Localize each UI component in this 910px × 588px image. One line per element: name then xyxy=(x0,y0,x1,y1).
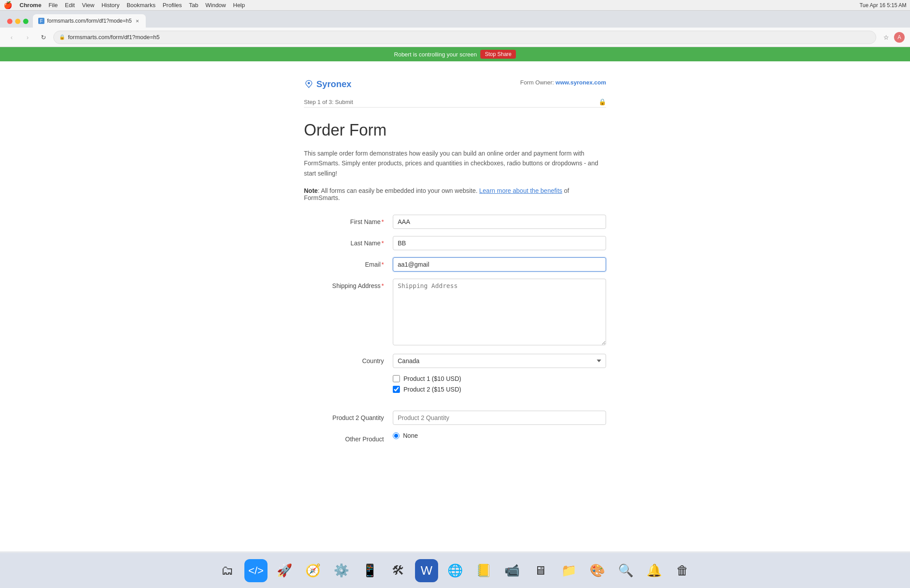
last-name-field xyxy=(393,236,606,250)
form-owner: Form Owner: www.syronex.com xyxy=(520,79,606,86)
step-divider xyxy=(304,107,606,108)
form-note: Note: All forms can easily be embedded i… xyxy=(304,187,606,201)
other-product-field: None xyxy=(393,432,606,443)
dock-settings[interactable]: ⚙️ xyxy=(330,559,353,582)
dock-simulator[interactable]: 📱 xyxy=(358,559,381,582)
dock-xcode[interactable]: 🛠 xyxy=(387,559,410,582)
dock-launchpad[interactable]: 🚀 xyxy=(273,559,296,582)
notification-text: Robert is controlling your screen xyxy=(394,51,477,58)
tab-bar: F formsmarts.com/form/df1?mode=h5 ✕ xyxy=(0,11,910,28)
close-button[interactable] xyxy=(7,19,12,24)
dock-chrome[interactable]: 🌐 xyxy=(443,559,467,582)
dock-trash[interactable]: 🗑 xyxy=(671,559,694,582)
products-row: Product 1 ($10 USD) Product 2 ($15 USD) xyxy=(304,375,606,404)
menubar-status: Tue Apr 16 5:15 AM xyxy=(859,2,906,8)
form-container: Syronex Form Owner: www.syronex.com Step… xyxy=(304,79,606,443)
menubar-profiles[interactable]: Profiles xyxy=(163,2,182,8)
brand-icon xyxy=(304,80,314,89)
note-link[interactable]: Learn more about the benefits xyxy=(479,187,563,194)
last-name-label: Last Name* xyxy=(304,236,393,247)
last-name-required: * xyxy=(382,240,384,247)
forward-button[interactable]: › xyxy=(21,31,34,44)
shipping-address-input[interactable] xyxy=(393,279,606,345)
menubar-tab[interactable]: Tab xyxy=(189,2,198,8)
fullscreen-button[interactable] xyxy=(23,19,28,24)
menubar-edit[interactable]: Edit xyxy=(65,2,75,8)
country-field: Canada United States United Kingdom Aust… xyxy=(393,354,606,368)
menubar-file[interactable]: File xyxy=(48,2,58,8)
profile-button[interactable]: A xyxy=(894,32,905,43)
dock-zoom[interactable]: 📹 xyxy=(500,559,523,582)
notification-banner: Robert is controlling your screen Stop S… xyxy=(0,47,910,61)
shipping-required: * xyxy=(382,282,384,289)
menubar: 🍎 Chrome File Edit View History Bookmark… xyxy=(0,0,910,11)
product2-checkbox[interactable] xyxy=(393,386,400,393)
form-title: Order Form xyxy=(304,121,606,140)
other-product-none-label: None xyxy=(403,432,418,439)
menubar-chrome[interactable]: Chrome xyxy=(20,2,41,8)
shipping-address-field xyxy=(393,279,606,347)
menubar-history[interactable]: History xyxy=(101,2,119,8)
tab-label: formsmarts.com/form/df1?mode=h5 xyxy=(47,18,132,24)
dock-safari[interactable]: 🧭 xyxy=(301,559,324,582)
products-container: Product 1 ($10 USD) Product 2 ($15 USD) xyxy=(393,375,606,396)
first-name-row: First Name* xyxy=(304,215,606,229)
product1-row: Product 1 ($10 USD) xyxy=(393,375,606,382)
nav-actions: ☆ A xyxy=(880,31,905,44)
dock-terminal[interactable]: 🖥 xyxy=(529,559,552,582)
product2-quantity-label: Product 2 Quantity xyxy=(304,411,393,421)
product2-quantity-row: Product 2 Quantity xyxy=(304,411,606,425)
first-name-field xyxy=(393,215,606,229)
product2-row: Product 2 ($15 USD) xyxy=(393,386,606,393)
step-lock-icon: 🔒 xyxy=(599,98,606,105)
form-header: Syronex Form Owner: www.syronex.com xyxy=(304,79,606,89)
back-button[interactable]: ‹ xyxy=(5,31,18,44)
email-row: Email* xyxy=(304,257,606,272)
form-owner-label: Form Owner: xyxy=(520,79,555,86)
address-bar[interactable]: 🔒 formsmarts.com/form/df1?mode=h5 xyxy=(53,31,876,44)
other-product-row: Other Product None xyxy=(304,432,606,443)
dock-finder[interactable]: 🗂 xyxy=(216,559,239,582)
dock-vscode[interactable]: </> xyxy=(244,559,267,582)
minimize-button[interactable] xyxy=(15,19,20,24)
country-select[interactable]: Canada United States United Kingdom Aust… xyxy=(393,354,606,368)
dock-word[interactable]: W xyxy=(415,559,438,582)
last-name-row: Last Name* xyxy=(304,236,606,250)
other-product-none-radio[interactable] xyxy=(393,432,399,439)
email-field xyxy=(393,257,606,272)
stop-share-button[interactable]: Stop Share xyxy=(480,50,516,59)
browser-window: F formsmarts.com/form/df1?mode=h5 ✕ ‹ › … xyxy=(0,11,910,588)
product2-quantity-input[interactable] xyxy=(393,411,606,425)
menubar-help[interactable]: Help xyxy=(233,2,245,8)
refresh-button[interactable]: ↻ xyxy=(37,31,50,44)
menubar-bookmarks[interactable]: Bookmarks xyxy=(127,2,156,8)
dock-notes[interactable]: 📒 xyxy=(472,559,495,582)
bookmark-button[interactable]: ☆ xyxy=(880,31,892,44)
first-name-required: * xyxy=(382,218,384,225)
tab-close-button[interactable]: ✕ xyxy=(134,18,140,24)
menubar-view[interactable]: View xyxy=(82,2,94,8)
other-product-none-row: None xyxy=(393,432,606,439)
form-owner-link[interactable]: www.syronex.com xyxy=(555,79,606,86)
nav-bar: ‹ › ↻ 🔒 formsmarts.com/form/df1?mode=h5 … xyxy=(0,28,910,47)
brand-logo: Syronex xyxy=(304,79,351,89)
last-name-input[interactable] xyxy=(393,236,606,250)
apple-menu[interactable]: 🍎 xyxy=(4,1,12,9)
email-input[interactable] xyxy=(393,257,606,272)
dock-find[interactable]: 🔍 xyxy=(614,559,637,582)
form-description: This sample order form demonstrates how … xyxy=(304,148,606,178)
step-text: Step 1 of 3: Submit xyxy=(304,99,353,105)
svg-point-0 xyxy=(308,82,310,84)
menubar-window[interactable]: Window xyxy=(205,2,226,8)
security-lock-icon: 🔒 xyxy=(59,34,65,40)
dock-files[interactable]: 📁 xyxy=(557,559,580,582)
dock-pinwheel[interactable]: 🎨 xyxy=(586,559,609,582)
dock: 🗂 </> 🚀 🧭 ⚙️ 📱 🛠 W 🌐 📒 📹 🖥 📁 🎨 🔍 🔔 🗑 xyxy=(0,552,910,588)
traffic-lights xyxy=(4,19,32,28)
product1-checkbox[interactable] xyxy=(393,375,400,382)
dock-notch[interactable]: 🔔 xyxy=(643,559,666,582)
first-name-input[interactable] xyxy=(393,215,606,229)
other-product-label: Other Product xyxy=(304,432,393,443)
product2-label: Product 2 ($15 USD) xyxy=(403,386,461,393)
active-tab[interactable]: F formsmarts.com/form/df1?mode=h5 ✕ xyxy=(33,14,146,28)
